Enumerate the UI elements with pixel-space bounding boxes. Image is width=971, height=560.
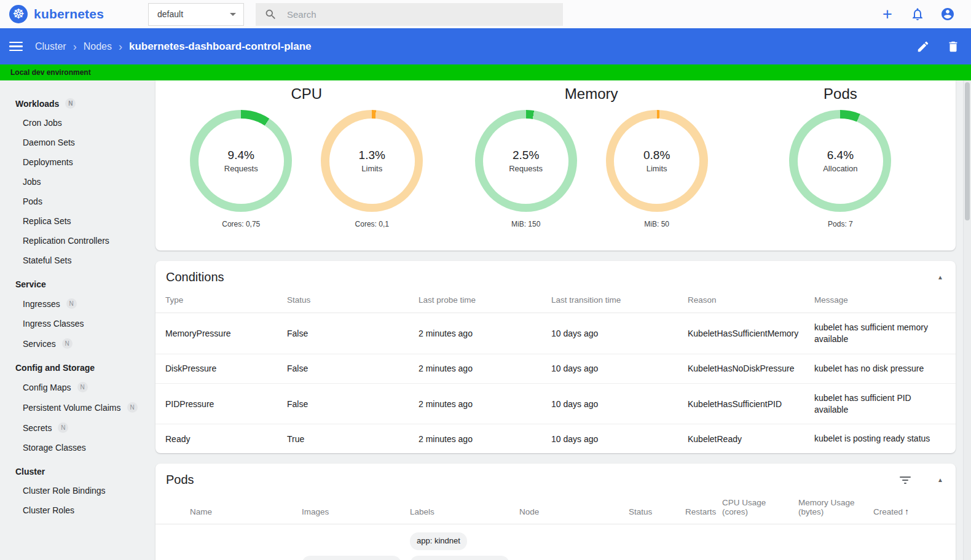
condition-transition-time: 10 days ago <box>551 354 688 383</box>
condition-message: kubelet is posting ready status <box>814 424 956 453</box>
donut-percent: 1.3% <box>359 149 385 162</box>
top-app-bar: ☸ kubernetes default + <box>0 0 971 28</box>
column-header-created[interactable]: Created↑ <box>873 493 934 524</box>
table-row: MemoryPressure False 2 minutes ago 10 da… <box>155 313 956 354</box>
environment-banner-text: Local dev environment <box>10 68 91 77</box>
sidebar-item-cron-jobs[interactable]: Cron Jobs <box>0 113 154 133</box>
namespaced-badge: N <box>58 422 68 433</box>
column-header-images[interactable]: Images <box>302 493 410 524</box>
search-box[interactable] <box>256 3 563 26</box>
namespaced-badge: N <box>127 402 138 413</box>
pods-title: Pods <box>166 473 194 487</box>
column-header-message: Message <box>814 290 956 313</box>
donut-chart: 0.8% Limits <box>606 110 708 212</box>
sidebar-item-cluster-role-bindings[interactable]: Cluster Role Bindings <box>0 481 154 500</box>
sidebar-item-persistent-volume-claims[interactable]: Persistent Volume Claims N <box>0 397 154 418</box>
pods-card: Pods ▲ Name Images Labels Node Status <box>155 464 956 560</box>
memory-requests-donut: 2.5% Requests MiB: 150 <box>475 110 577 228</box>
sidebar-item-label: Cluster Roles <box>23 505 74 515</box>
donut-percent: 9.4% <box>228 149 254 162</box>
column-header-status: Status <box>287 290 419 313</box>
condition-probe-time: 2 minutes ago <box>419 383 551 424</box>
breadcrumb-cluster[interactable]: Cluster <box>35 41 66 52</box>
column-header-actions <box>934 493 956 524</box>
sidebar-item-label: Deployments <box>23 157 73 167</box>
namespace-select-value: default <box>157 9 183 19</box>
chart-group-title-cpu: CPU <box>291 85 322 103</box>
sidebar-item-daemon-sets[interactable]: Daemon Sets <box>0 133 154 152</box>
donut-label: Requests <box>509 164 543 173</box>
column-header-node[interactable]: Node <box>519 493 629 524</box>
column-header-cpu-usage[interactable]: CPU Usage (cores) <box>722 493 798 524</box>
sidebar-item-stateful-sets[interactable]: Stateful Sets <box>0 251 154 270</box>
chart-group-title-pods: Pods <box>824 85 857 103</box>
search-icon <box>264 8 277 21</box>
donut-footer: Cores: 0,75 <box>222 220 260 228</box>
sidebar-item-label: Ingress Classes <box>23 319 84 329</box>
sidebar-item-pods[interactable]: Pods <box>0 192 154 211</box>
condition-probe-time: 2 minutes ago <box>419 424 551 453</box>
sidebar-item-label: Replication Controllers <box>23 236 109 246</box>
sidebar-item-storage-classes[interactable]: Storage Classes <box>0 438 154 457</box>
filter-icon[interactable] <box>899 476 911 484</box>
pod-labels: app: kindnet controller-revision-hash: 5… <box>410 532 512 560</box>
plus-icon: + <box>883 7 892 21</box>
column-header-memory-usage[interactable]: Memory Usage (bytes) <box>798 493 873 524</box>
user-account-button[interactable] <box>940 7 955 21</box>
sidebar-item-services[interactable]: Services N <box>0 333 154 354</box>
sidebar-item-label: Jobs <box>23 177 41 187</box>
condition-status: False <box>287 313 419 354</box>
brand-name: kubernetes <box>34 7 104 21</box>
scrollbar-thumb[interactable] <box>965 82 970 220</box>
edit-button[interactable] <box>916 40 930 53</box>
sidebar-item-jobs[interactable]: Jobs <box>0 172 154 192</box>
memory-limits-donut: 0.8% Limits MiB: 50 <box>606 110 708 228</box>
delete-button[interactable] <box>946 40 960 53</box>
sidebar-item-ingresses[interactable]: Ingresses N <box>0 294 154 314</box>
condition-type: DiskPressure <box>155 354 287 383</box>
column-header-restarts[interactable]: Restarts <box>685 493 722 524</box>
pod-image-chip: docker.io/kindest/kindnetd:v20230511-dc7… <box>302 556 401 560</box>
column-header-labels[interactable]: Labels <box>410 493 519 524</box>
donut-percent: 0.8% <box>643 149 670 162</box>
sidebar-item-ingress-classes[interactable]: Ingress Classes <box>0 314 154 333</box>
memory-chart-group: Memory 2.5% Requests MiB: 150 <box>458 84 725 251</box>
sidebar-item-replication-controllers[interactable]: Replication Controllers <box>0 231 154 251</box>
create-resource-button[interactable]: + <box>880 7 895 21</box>
column-header-created-label: Created <box>873 507 903 516</box>
condition-message: kubelet has sufficient memory available <box>814 313 956 354</box>
sidebar-section-config-storage: Config and Storage <box>0 357 154 377</box>
kubernetes-logo[interactable]: ☸ kubernetes <box>0 5 148 23</box>
sidebar-section-cluster: Cluster <box>0 461 154 481</box>
menu-button[interactable] <box>9 42 23 52</box>
conditions-table: Type Status Last probe time Last transit… <box>155 290 956 453</box>
notifications-button[interactable] <box>910 7 925 21</box>
sidebar-item-deployments[interactable]: Deployments <box>0 152 154 172</box>
breadcrumb-nodes[interactable]: Nodes <box>84 41 112 52</box>
sidebar-section-label: Cluster <box>15 467 45 476</box>
namespace-select[interactable]: default <box>148 3 244 26</box>
pods-table: Name Images Labels Node Status Restarts … <box>155 493 956 560</box>
condition-transition-time: 10 days ago <box>551 424 688 453</box>
conditions-title: Conditions <box>166 270 224 284</box>
sidebar-section-label: Service <box>15 279 46 289</box>
sidebar-item-secrets[interactable]: Secrets N <box>0 418 154 438</box>
condition-type: PIDPressure <box>155 383 287 424</box>
donut-percent: 6.4% <box>827 149 854 162</box>
collapse-pods-icon[interactable]: ▲ <box>937 476 943 483</box>
column-header-name[interactable]: Name <box>190 493 302 524</box>
kubernetes-wheel-icon: ☸ <box>9 5 28 23</box>
sidebar-item-config-maps[interactable]: Config Maps N <box>0 377 154 397</box>
cpu-chart-group: CPU 9.4% Requests Cores: 0,75 <box>155 84 458 251</box>
search-input[interactable] <box>287 9 554 20</box>
collapse-conditions-icon[interactable]: ▲ <box>937 274 943 281</box>
sidebar-item-replica-sets[interactable]: Replica Sets <box>0 211 154 231</box>
page-title: kubernetes-dashboard-control-plane <box>129 41 312 53</box>
sidebar-section-workloads[interactable]: Workloads N <box>0 93 154 113</box>
column-header-status[interactable]: Status <box>629 493 685 524</box>
sidebar-item-cluster-roles[interactable]: Cluster Roles <box>0 500 154 520</box>
scrollbar[interactable] <box>963 80 971 560</box>
donut-chart: 2.5% Requests <box>475 110 577 212</box>
namespaced-badge: N <box>62 338 73 349</box>
condition-type: MemoryPressure <box>155 313 287 354</box>
